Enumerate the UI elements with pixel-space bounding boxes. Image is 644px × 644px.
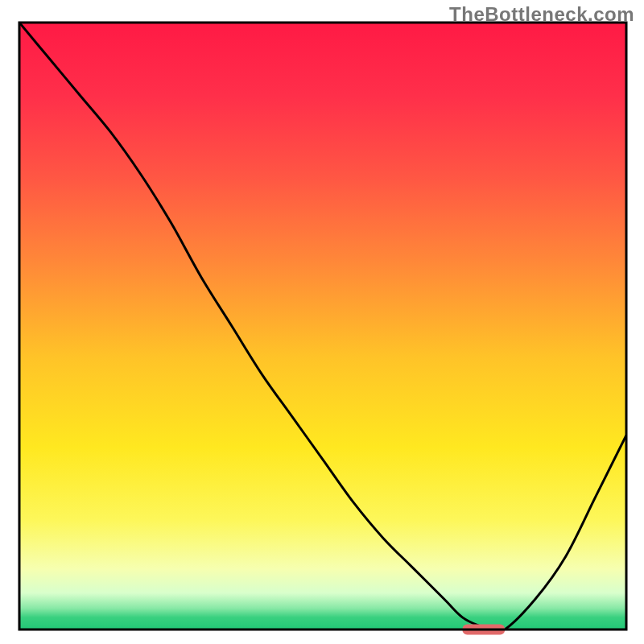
watermark-text: TheBottleneck.com [449,3,634,26]
bottleneck-chart [0,0,644,644]
chart-container: TheBottleneck.com [0,0,644,644]
plot-background [19,23,626,630]
